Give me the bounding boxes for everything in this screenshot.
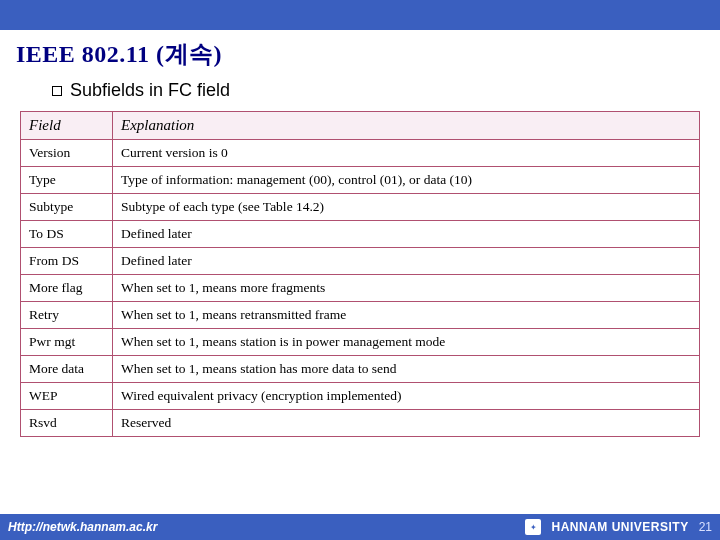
table-container: Field Explanation VersionCurrent version… xyxy=(0,111,720,437)
header-field: Field xyxy=(21,112,113,140)
cell-field: Type xyxy=(21,167,113,194)
cell-explanation: When set to 1, means station is in power… xyxy=(113,329,700,356)
cell-field: Subtype xyxy=(21,194,113,221)
table-row: More flagWhen set to 1, means more fragm… xyxy=(21,275,700,302)
cell-field: WEP xyxy=(21,383,113,410)
cell-explanation: When set to 1, means retransmitted frame xyxy=(113,302,700,329)
cell-field: Pwr mgt xyxy=(21,329,113,356)
cell-explanation: When set to 1, means station has more da… xyxy=(113,356,700,383)
cell-explanation: Subtype of each type (see Table 14.2) xyxy=(113,194,700,221)
cell-explanation: Type of information: management (00), co… xyxy=(113,167,700,194)
university-logo-icon: ✦ xyxy=(525,519,541,535)
table-row: RsvdReserved xyxy=(21,410,700,437)
footer-right-group: ✦ HANNAM UNIVERSITY 21 xyxy=(525,519,712,535)
cell-explanation: Wired equivalent privacy (encryption imp… xyxy=(113,383,700,410)
subtitle-text: Subfields in FC field xyxy=(70,80,230,101)
top-accent-bar xyxy=(0,0,720,30)
cell-field: More flag xyxy=(21,275,113,302)
table-row: From DSDefined later xyxy=(21,248,700,275)
cell-field: To DS xyxy=(21,221,113,248)
cell-field: Rsvd xyxy=(21,410,113,437)
slide-title: IEEE 802.11 (계속) xyxy=(0,30,720,80)
footer-university: HANNAM UNIVERSITY xyxy=(551,520,688,534)
slide: IEEE 802.11 (계속) Subfields in FC field F… xyxy=(0,0,720,540)
footer-url: Http://netwk.hannam.ac.kr xyxy=(8,520,157,534)
footer-bar: Http://netwk.hannam.ac.kr ✦ HANNAM UNIVE… xyxy=(0,514,720,540)
cell-explanation: Reserved xyxy=(113,410,700,437)
table-row: WEPWired equivalent privacy (encryption … xyxy=(21,383,700,410)
footer-page-number: 21 xyxy=(699,520,712,534)
cell-field: Version xyxy=(21,140,113,167)
table-row: VersionCurrent version is 0 xyxy=(21,140,700,167)
table-row: RetryWhen set to 1, means retransmitted … xyxy=(21,302,700,329)
cell-explanation: Defined later xyxy=(113,221,700,248)
cell-field: From DS xyxy=(21,248,113,275)
fc-subfields-table: Field Explanation VersionCurrent version… xyxy=(20,111,700,437)
table-row: TypeType of information: management (00)… xyxy=(21,167,700,194)
table-row: More dataWhen set to 1, means station ha… xyxy=(21,356,700,383)
subtitle-row: Subfields in FC field xyxy=(0,80,720,101)
square-bullet-icon xyxy=(52,86,62,96)
header-explanation: Explanation xyxy=(113,112,700,140)
table-row: To DSDefined later xyxy=(21,221,700,248)
cell-field: Retry xyxy=(21,302,113,329)
table-row: Pwr mgtWhen set to 1, means station is i… xyxy=(21,329,700,356)
cell-field: More data xyxy=(21,356,113,383)
table-header-row: Field Explanation xyxy=(21,112,700,140)
cell-explanation: When set to 1, means more fragments xyxy=(113,275,700,302)
cell-explanation: Defined later xyxy=(113,248,700,275)
table-row: SubtypeSubtype of each type (see Table 1… xyxy=(21,194,700,221)
cell-explanation: Current version is 0 xyxy=(113,140,700,167)
